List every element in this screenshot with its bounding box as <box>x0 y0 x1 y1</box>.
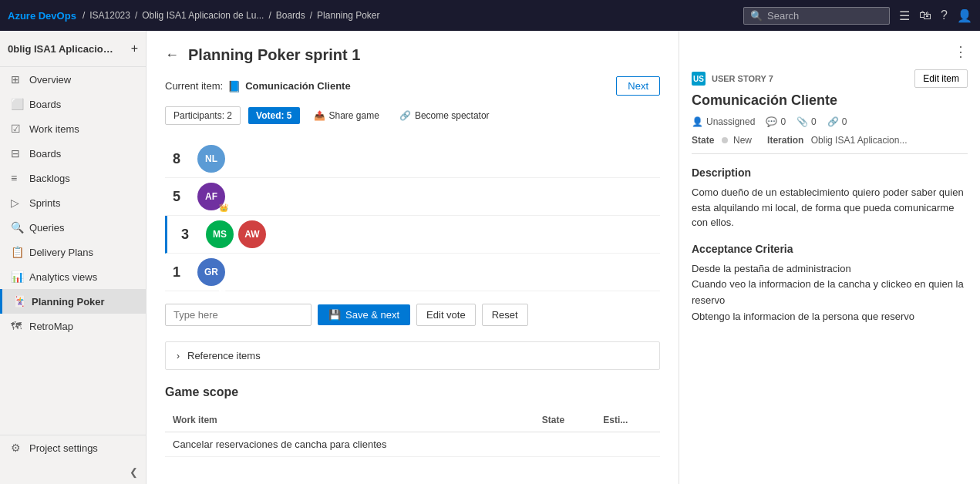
assignee-icon: 👤 <box>692 116 703 127</box>
avatar: MS <box>206 220 234 248</box>
save-next-label: Save & next <box>345 309 399 321</box>
sidebar: 0blig ISA1 Aplicacion ... + ⊞Overview⬜Bo… <box>0 31 146 484</box>
sidebar-item-boards2[interactable]: ⊟Boards <box>0 141 146 166</box>
sidebar-item-backlogs[interactable]: ≡Backlogs <box>0 166 146 190</box>
state-section: State New <box>692 135 752 146</box>
voted-badge: Voted: 5 <box>248 107 299 124</box>
avatars-group: GR✏ <box>197 258 225 286</box>
boards2-icon: ⊟ <box>11 147 23 160</box>
edit-vote-button[interactable]: Edit vote <box>416 304 476 326</box>
breadcrumb-sep3: / <box>268 10 271 21</box>
breadcrumb-org[interactable]: ISA12023 <box>89 10 130 21</box>
col-estimate: Esti... <box>595 408 660 432</box>
reference-items-label: Reference items <box>187 350 261 361</box>
current-item-row: Current item: 📘 Comunicación Cliente Nex… <box>165 76 660 96</box>
add-project-button[interactable]: + <box>131 42 138 55</box>
breadcrumb-project[interactable]: Oblig ISA1 Aplicacion de Lu... <box>142 10 264 21</box>
poker-area: ← Planning Poker sprint 1 Current item: … <box>146 31 679 484</box>
panel-top-icons: ⋮ <box>692 43 968 60</box>
reference-items-section[interactable]: › Reference items <box>165 341 660 370</box>
breadcrumb-sep4: / <box>310 10 312 21</box>
collapse-icon: ❮ <box>130 466 138 478</box>
attachment-icon: 📎 <box>796 116 808 127</box>
sidebar-item-project-settings[interactable]: ⚙ Project settings <box>0 435 146 460</box>
poker-title: Planning Poker sprint 1 <box>188 46 360 64</box>
sidebar-item-planning-poker[interactable]: 🃏Planning Poker <box>0 289 146 314</box>
vote-row: 8 NL <box>165 140 660 178</box>
sidebar-item-work-items[interactable]: ☑Work items <box>0 116 146 141</box>
sidebar-label-boards2: Boards <box>29 148 61 160</box>
search-input[interactable] <box>767 10 883 22</box>
sidebar-label-work-items: Work items <box>29 123 79 135</box>
crown-icon: 👑 <box>219 203 228 212</box>
more-options-icon[interactable]: ⋮ <box>954 43 968 60</box>
list-icon[interactable]: ☰ <box>899 8 910 23</box>
scope-table-body: Cancelar reservaciones de cancha para cl… <box>165 432 660 457</box>
right-panel: ⋮ US USER STORY 7 Edit item Comunicación… <box>679 31 980 484</box>
save-next-button[interactable]: 💾 Save & next <box>318 304 410 325</box>
retro-map-icon: 🗺 <box>11 320 23 332</box>
comments-value: 0 <box>780 116 786 127</box>
acceptance-line: Cuando veo la informacion de la cancha y… <box>692 277 968 309</box>
state-value: New <box>733 135 752 146</box>
input-row: 💾 Save & next Edit vote Reset <box>165 304 660 326</box>
queries-icon: 🔍 <box>11 221 23 234</box>
avatars-group: MSAW✏ <box>206 220 266 248</box>
attachments-value: 0 <box>811 116 817 127</box>
vote-number: 8 <box>165 151 188 167</box>
sidebar-item-analytics[interactable]: 📊Analytics views <box>0 264 146 289</box>
comments-meta: 💬 0 <box>766 116 786 127</box>
participants-badge: Participants: 2 <box>165 106 241 125</box>
vote-rows: 8 NL 5 AF👑 3 MSAW✏ 1 GR✏ <box>165 140 660 291</box>
iteration-value: Oblig ISA1 Aplicacion... <box>811 135 908 146</box>
sidebar-label-delivery-plans: Delivery Plans <box>29 247 93 258</box>
vote-row: 3 MSAW✏ <box>165 216 660 254</box>
sidebar-item-delivery-plans[interactable]: 📋Delivery Plans <box>0 240 146 264</box>
breadcrumb-sep2: / <box>135 10 137 21</box>
user-icon[interactable]: 👤 <box>957 8 972 23</box>
acceptance-line: Desde la pestaña de administracion <box>692 261 968 277</box>
search-icon: 🔍 <box>750 10 763 22</box>
back-button[interactable]: ← <box>165 47 179 63</box>
vote-input[interactable] <box>165 304 312 326</box>
sidebar-bottom: ⚙ Project settings ❮ <box>0 435 146 484</box>
story-title: Comunicación Cliente <box>692 92 968 109</box>
story-type-icon: US <box>692 72 706 86</box>
next-button[interactable]: Next <box>616 76 660 96</box>
work-items-icon: ☑ <box>11 123 23 135</box>
edit-item-button[interactable]: Edit item <box>914 69 968 88</box>
sidebar-project-header: 0blig ISA1 Aplicacion ... + <box>0 31 146 67</box>
brand-label: Azure DevOps <box>8 10 76 22</box>
description-title: Description <box>692 166 968 179</box>
help-icon[interactable]: ? <box>941 8 948 22</box>
share-game-button[interactable]: 📤 Share game <box>308 107 386 124</box>
breadcrumb: / ISA12023 / Oblig ISA1 Aplicacion de Lu… <box>83 10 380 21</box>
avatars-group: AF👑 <box>197 183 225 210</box>
planning-poker-icon: 🃏 <box>13 295 25 308</box>
participants-bar: Participants: 2 Voted: 5 📤 Share game 🔗 … <box>165 106 660 125</box>
sidebar-label-backlogs: Backlogs <box>29 173 70 184</box>
vote-row: 5 AF👑 <box>165 178 660 216</box>
links-value: 0 <box>842 116 847 127</box>
acceptance-line: Obtengo la informacion de la persona que… <box>692 309 968 325</box>
avatar: AW✏ <box>238 220 266 248</box>
breadcrumb-boards[interactable]: Boards <box>276 10 305 21</box>
sidebar-item-retro-map[interactable]: 🗺RetroMap <box>0 314 146 338</box>
spectator-button[interactable]: 🔗 Become spectator <box>393 107 496 124</box>
sidebar-item-overview[interactable]: ⊞Overview <box>0 67 146 92</box>
state-label: State <box>692 135 714 146</box>
search-box[interactable]: 🔍 <box>743 7 890 25</box>
sidebar-item-queries[interactable]: 🔍Queries <box>0 215 146 240</box>
breadcrumb-poker[interactable]: Planning Poker <box>317 10 379 21</box>
sidebar-label-sprints: Sprints <box>29 197 60 209</box>
story-type-label: USER STORY 7 <box>712 74 773 83</box>
share-label: Share game <box>329 110 379 121</box>
sidebar-collapse-button[interactable]: ❮ <box>0 460 146 484</box>
acceptance-text: Desde la pestaña de administracionCuando… <box>692 261 968 325</box>
sidebar-item-sprints[interactable]: ▷Sprints <box>0 190 146 215</box>
current-item-text: Current item: <box>165 80 223 92</box>
store-icon[interactable]: 🛍 <box>919 8 931 22</box>
sidebar-label-retro-map: RetroMap <box>29 321 73 332</box>
reset-button[interactable]: Reset <box>482 304 528 326</box>
sidebar-item-boards[interactable]: ⬜Boards <box>0 92 146 116</box>
